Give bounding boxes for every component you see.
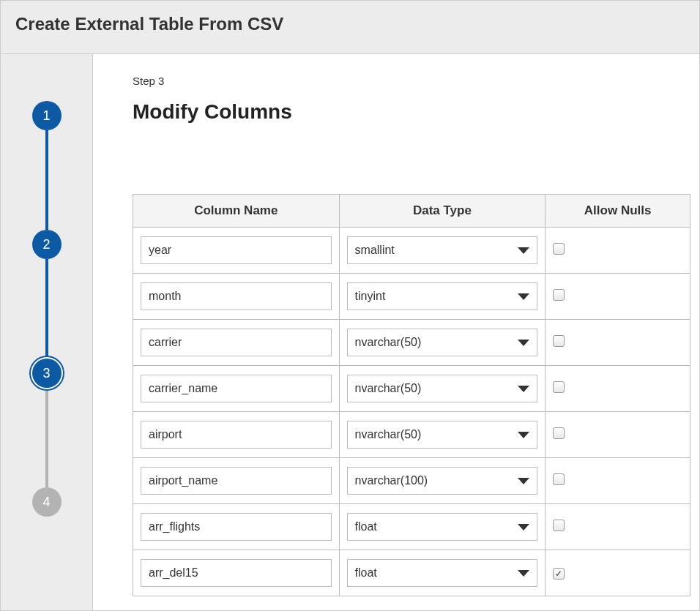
data-type-select[interactable]: nvarchar(100): [347, 467, 538, 495]
chevron-down-icon: [518, 340, 529, 346]
table-row: float: [133, 504, 690, 550]
chevron-down-icon: [518, 570, 529, 577]
data-type-value: nvarchar(50): [355, 382, 518, 395]
wizard-connector: [45, 259, 48, 359]
column-name-input[interactable]: [141, 513, 332, 541]
allow-nulls-checkbox[interactable]: [553, 289, 565, 301]
data-type-select[interactable]: nvarchar(50): [347, 375, 538, 402]
wizard-connector: [45, 130, 48, 230]
chevron-down-icon: [518, 293, 529, 300]
column-header-type: Data Type: [339, 195, 546, 228]
allow-nulls-checkbox[interactable]: ✓: [553, 568, 565, 580]
step-label: Step 3: [133, 75, 699, 87]
data-type-select[interactable]: smallint: [347, 236, 538, 264]
allow-nulls-checkbox[interactable]: [553, 520, 565, 531]
wizard-content: Step 3 Modify Columns Column Name Data T…: [93, 54, 699, 611]
column-name-input[interactable]: [141, 467, 332, 495]
wizard-step-3[interactable]: 3: [32, 359, 62, 388]
allow-nulls-checkbox[interactable]: [553, 473, 565, 485]
data-type-select[interactable]: float: [347, 559, 538, 587]
allow-nulls-checkbox[interactable]: [553, 381, 565, 393]
wizard-connector: [45, 388, 48, 487]
column-name-input[interactable]: [141, 236, 332, 264]
table-row: nvarchar(50): [133, 320, 690, 366]
data-type-value: float: [355, 566, 518, 580]
data-type-value: smallint: [355, 244, 518, 257]
table-row: float✓: [133, 550, 690, 596]
table-row: nvarchar(100): [133, 458, 690, 504]
data-type-select[interactable]: tinyint: [347, 282, 538, 310]
allow-nulls-checkbox[interactable]: [553, 335, 565, 347]
data-type-select[interactable]: float: [347, 513, 538, 541]
wizard-step-4[interactable]: 4: [32, 487, 62, 517]
column-header-nulls: Allow Nulls: [546, 195, 690, 228]
dialog-body: 1 2 3 4 Step 3 Modify Columns Column Nam…: [1, 54, 699, 611]
column-name-input[interactable]: [141, 329, 332, 356]
data-type-select[interactable]: nvarchar(50): [347, 329, 538, 356]
column-name-input[interactable]: [141, 282, 332, 310]
data-type-value: nvarchar(50): [355, 336, 518, 349]
column-name-input[interactable]: [141, 375, 332, 402]
chevron-down-icon: [518, 524, 529, 531]
allow-nulls-checkbox[interactable]: [553, 243, 565, 255]
table-row: nvarchar(50): [133, 412, 690, 458]
chevron-down-icon: [518, 432, 529, 438]
chevron-down-icon: [518, 386, 529, 392]
column-name-input[interactable]: [141, 559, 332, 587]
data-type-value: float: [355, 520, 518, 533]
data-type-value: tinyint: [355, 290, 518, 303]
chevron-down-icon: [518, 478, 529, 484]
dialog-title: Create External Table From CSV: [15, 14, 685, 34]
columns-table: Column Name Data Type Allow Nulls smalli…: [133, 194, 690, 596]
wizard-step-2[interactable]: 2: [32, 230, 62, 259]
data-type-select[interactable]: nvarchar(50): [347, 421, 538, 449]
table-row: nvarchar(50): [133, 366, 690, 412]
data-type-value: nvarchar(50): [355, 428, 518, 441]
chevron-down-icon: [518, 247, 529, 254]
column-header-name: Column Name: [133, 195, 340, 228]
dialog-header: Create External Table From CSV: [1, 1, 699, 54]
page-title: Modify Columns: [133, 100, 699, 124]
wizard-steps-sidebar: 1 2 3 4: [1, 54, 93, 611]
table-row: tinyint: [133, 274, 690, 320]
table-row: smallint: [133, 228, 690, 274]
column-name-input[interactable]: [141, 421, 332, 449]
data-type-value: nvarchar(100): [355, 474, 518, 487]
allow-nulls-checkbox[interactable]: [553, 427, 565, 439]
wizard-step-1[interactable]: 1: [32, 101, 62, 130]
